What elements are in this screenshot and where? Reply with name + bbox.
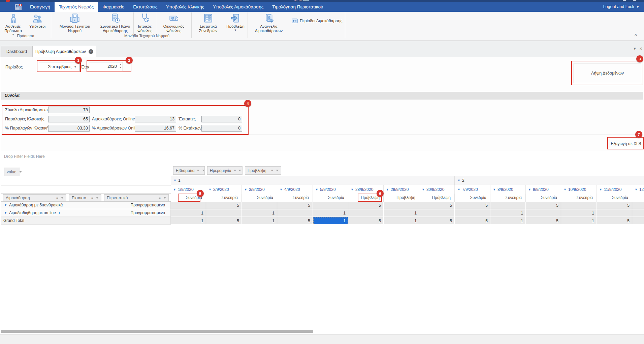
pivot-date-header[interactable]: ▼3/9/2020 <box>242 185 277 194</box>
chevron-down-icon[interactable]: ▼ <box>635 188 638 191</box>
chevron-down-icon[interactable]: ▼ <box>457 188 460 191</box>
chevron-down-icon[interactable]: ▼ <box>173 179 176 182</box>
pivot-value-cell[interactable] <box>597 209 632 217</box>
sort-icon[interactable]: ≡ <box>56 196 58 200</box>
chevron-down-icon[interactable]: ▼ <box>422 188 425 191</box>
pivot-value-cell[interactable] <box>490 202 526 209</box>
expand-icon[interactable]: › <box>59 202 60 207</box>
pivot-date-header[interactable]: ▼9/9/2020 <box>526 185 561 194</box>
pivot-value-cell[interactable]: 5 <box>206 217 242 225</box>
sort-icon[interactable]: ≡ <box>197 169 199 172</box>
pivot-column-field-Ημερομηνία[interactable]: Ημερομηνία≡ <box>207 166 243 175</box>
chevron-down-icon[interactable]: ▼ <box>564 188 567 191</box>
filter-icon[interactable] <box>276 170 279 171</box>
pivot-value-cell[interactable]: 1 <box>242 209 277 217</box>
pivot-value-cell[interactable]: 1 <box>313 217 348 225</box>
pivot-value-cell[interactable]: 1 <box>171 217 206 225</box>
pivot-value-cell[interactable] <box>171 202 206 209</box>
pivot-value-cell[interactable]: 5 <box>277 217 313 225</box>
pivot-value-cell[interactable]: 1 <box>313 209 348 217</box>
pivot-value-cell[interactable]: 5 <box>455 217 490 225</box>
pivot-type-subheader[interactable]: Συνεδρία <box>455 194 490 202</box>
pivot-row-field-Περιστατικό[interactable]: Περιστατικό≡ <box>104 194 169 201</box>
chevron-down-icon[interactable]: ▼ <box>280 188 283 191</box>
spinner-arrows-icon[interactable]: ▲▼ <box>120 63 122 68</box>
pivot-date-header[interactable]: ▼30/9/2020 <box>419 185 455 194</box>
pivot-date-header[interactable]: ▼12/9/2020 <box>632 185 644 194</box>
pivot-value-cell[interactable] <box>277 209 313 217</box>
pivot-row-header[interactable]: ▼Αιμοδιαδιήθηση με on-line›Προγραμματισμ… <box>1 209 171 217</box>
chevron-down-icon[interactable]: ▼ <box>173 188 176 191</box>
minimize-icon[interactable] <box>623 0 626 1</box>
pivot-value-cell[interactable]: 5 <box>455 202 490 209</box>
filter-icon[interactable] <box>202 170 205 171</box>
pivot-value-cell[interactable] <box>242 202 277 209</box>
filter-icon[interactable] <box>19 171 22 173</box>
pivot-type-subheader[interactable]: Συνεδρία <box>206 194 242 202</box>
pivot-value-cell[interactable]: 1 <box>171 209 206 217</box>
pivot-type-subheader[interactable]: Πρόβλεψη <box>384 194 419 202</box>
sort-icon[interactable]: ≡ <box>234 169 236 172</box>
tab-scroll-down-icon[interactable]: ▼ <box>633 47 637 51</box>
ribbon-button-9[interactable]: Αναγγελία Αιμοκαθάρσεων <box>249 12 288 33</box>
app-icon[interactable] <box>14 3 23 10</box>
ribbon-button-2[interactable]: Υπόχρεοι <box>25 12 50 29</box>
chevron-down-icon[interactable]: ▼ <box>315 188 318 191</box>
tab-dashboard[interactable]: Dashboard <box>1 46 32 57</box>
sort-icon[interactable]: ≡ <box>271 169 273 172</box>
pivot-value-cell[interactable]: 5 <box>419 202 455 209</box>
chevron-down-icon[interactable]: ▼ <box>208 188 212 191</box>
pivot-value-cell[interactable] <box>455 209 490 217</box>
ribbon-collapse-icon[interactable]: ^ <box>635 33 637 38</box>
filter-icon[interactable] <box>61 197 64 199</box>
ribbon-button-6[interactable]: Οικονομικός Φάκελος <box>158 12 190 33</box>
menu-item-Υποβολές Κλινικής[interactable]: Υποβολές Κλινικής <box>162 2 208 12</box>
chevron-down-icon[interactable]: ▼ <box>4 211 7 214</box>
pivot-value-cell[interactable] <box>419 209 455 217</box>
pivot-value-cell[interactable]: 5 <box>597 202 632 209</box>
chevron-down-icon[interactable]: ▼ <box>599 188 602 191</box>
pivot-type-subheader[interactable]: Πρόβλεψη <box>419 194 455 202</box>
pivot-row-name[interactable]: ▼Αιμοδιαδιήθηση με on-line <box>4 210 56 215</box>
menu-item-Τεχνητός Νεφρός[interactable]: Τεχνητός Νεφρός <box>55 2 98 12</box>
pivot-value-cell[interactable]: 1 <box>561 217 597 225</box>
chevron-down-icon[interactable]: ▼ <box>528 188 531 191</box>
filter-icon[interactable] <box>163 197 166 199</box>
ribbon-button-8[interactable]: Πρόβλεψη▼ <box>225 12 246 32</box>
ribbon-button-4[interactable]: Συνοπτικό Πλάνο Αιμοκάθαρσης <box>98 12 132 33</box>
pivot-row-header[interactable]: ▼Αιμοκάθαρση με διτανθρακικά›Προγραμματι… <box>1 202 171 209</box>
pivot-date-header[interactable]: ▼8/9/2020 <box>490 185 526 194</box>
fetch-data-button[interactable]: Λήψη Δεδομένων <box>574 63 641 83</box>
pivot-value-cell[interactable] <box>632 202 644 209</box>
expand-icon[interactable]: › <box>59 210 60 215</box>
drop-filter-area[interactable]: Drop Filter Fields Here <box>4 154 45 159</box>
menu-item-Φαρμακείο[interactable]: Φαρμακείο <box>98 2 129 12</box>
pivot-value-cell[interactable] <box>384 202 419 209</box>
pivot-value-cell[interactable]: 1 <box>384 217 419 225</box>
pivot-value-cell[interactable]: 5 <box>206 202 242 209</box>
export-xls-button[interactable]: Εξαγωγή σε XLS <box>610 139 642 148</box>
pivot-type-subheader[interactable]: Συνεδρία <box>632 194 644 202</box>
month-select[interactable]: Σεπτέμβριος ▼ <box>39 62 79 71</box>
pivot-column-field-Εβδομάδα[interactable]: Εβδομάδα≡ <box>173 166 205 175</box>
pivot-value-cell[interactable]: 5 <box>348 217 384 225</box>
pivot-value-cell[interactable]: 5 <box>526 217 561 225</box>
pivot-week-group[interactable]: ▼1 <box>171 176 455 185</box>
ribbon-button-1[interactable]: Ασθενείς Πρόσωπα▼ <box>2 12 24 36</box>
chevron-down-icon[interactable]: ▼ <box>386 188 389 191</box>
ribbon-button-7[interactable]: Στατιστικά Συνεδριών <box>193 12 223 33</box>
maximize-icon[interactable] <box>633 0 636 1</box>
pivot-value-cell[interactable]: 5 <box>597 217 632 225</box>
chevron-down-icon[interactable]: ▼ <box>457 179 460 182</box>
chevron-down-icon[interactable]: ▼ <box>244 188 247 191</box>
pivot-value-cell[interactable] <box>526 209 561 217</box>
ribbon-button-5[interactable]: Ιατρικός Φάκελος <box>135 12 155 33</box>
pivot-column-field-Πρόβλεψη[interactable]: Πρόβλεψη≡ <box>245 166 281 175</box>
pivot-date-header[interactable]: ▼4/9/2020 <box>277 185 313 194</box>
pivot-week-group[interactable]: ▼2 <box>455 176 644 185</box>
pivot-value-cell[interactable]: 1 <box>561 209 597 217</box>
pivot-value-cell[interactable] <box>206 209 242 217</box>
chevron-down-icon[interactable]: ▼ <box>351 188 354 191</box>
pivot-type-subheader[interactable]: Συνεδρία <box>561 194 597 202</box>
pivot-row-header[interactable]: Grand Total <box>1 217 171 225</box>
